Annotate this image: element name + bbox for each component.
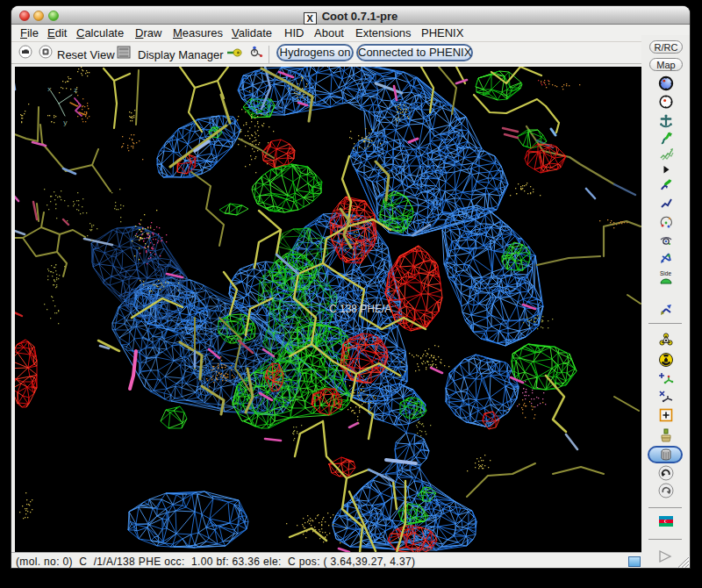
svg-text:y: y <box>63 118 68 126</box>
svg-text:C 138 PHE/A: C 138 PHE/A <box>329 303 391 315</box>
svg-text:x: x <box>47 85 52 93</box>
svg-text:Side: Side <box>660 270 671 276</box>
svg-text:z: z <box>74 86 78 94</box>
